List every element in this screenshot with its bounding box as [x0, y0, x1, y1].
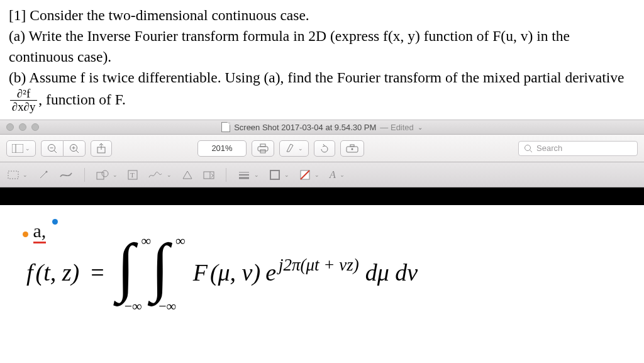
part-b-tail: , function of F.	[38, 91, 125, 107]
text-icon: T	[128, 170, 138, 180]
resize-icon	[203, 170, 214, 180]
svg-rect-12	[260, 144, 265, 147]
outer-upper-bound: ∞	[141, 233, 151, 249]
inner-upper-bound: ∞	[175, 233, 186, 249]
svg-point-22	[46, 170, 48, 172]
svg-line-21	[40, 172, 47, 178]
chevron-down-icon: ⌄	[254, 172, 259, 178]
annotation-text: a,	[33, 220, 47, 243]
line-weight-icon	[238, 170, 250, 179]
eq-lhs-args: (t, z)	[36, 259, 80, 286]
document-icon	[221, 122, 230, 132]
markup-button[interactable]: ⌄	[279, 140, 309, 157]
chevron-down-icon: ⌄	[340, 172, 345, 178]
equation-display: f (t, z) = ∫ ∞ −∞ ∫ ∞ −∞ F (μ, ν) e j2π(…	[23, 250, 631, 294]
svg-rect-0	[12, 144, 23, 153]
inner-lower-bound: −∞	[158, 298, 176, 315]
search-input[interactable]: Search	[518, 141, 638, 156]
pencil-icon	[59, 170, 73, 179]
window-titlebar: Screen Shot 2017-03-04 at 9.54.30 PM — E…	[0, 120, 644, 135]
problem-part-a: (a) Write the Inverse Fourier transform …	[9, 26, 635, 67]
integral-sign-icon: ∫	[117, 230, 135, 303]
eq-diff: dμ dν	[365, 259, 418, 286]
fraction-numerator: ∂²f	[10, 88, 37, 101]
instant-alpha-tool[interactable]	[38, 169, 49, 181]
magic-wand-icon	[38, 169, 49, 181]
edit-toolbar-button[interactable]	[340, 140, 364, 157]
svg-line-3	[54, 150, 57, 153]
canvas-background-strip	[0, 187, 644, 205]
fill-color-tool[interactable]: ⌄	[299, 169, 319, 181]
selection-icon	[8, 170, 19, 179]
print-button[interactable]	[252, 140, 274, 157]
problem-text: [1] Consider the two-dimensional continu…	[0, 0, 644, 120]
inner-integral: ∫ ∞ −∞	[151, 250, 169, 294]
chevron-down-icon: ⌄	[167, 172, 172, 178]
eq-e: e	[265, 259, 276, 286]
share-icon	[96, 143, 106, 154]
view-mode-icon	[12, 144, 23, 153]
integral-sign-icon: ∫	[151, 230, 169, 303]
shapes-icon	[96, 170, 109, 180]
selection-handle-left[interactable]	[23, 232, 28, 237]
chevron-down-icon: ⌄	[23, 172, 28, 178]
eq-F-args: (μ, ν)	[210, 259, 260, 286]
traffic-lights	[0, 123, 39, 131]
adjust-icon	[182, 170, 193, 180]
text-tool[interactable]: T	[128, 170, 138, 180]
line-weight-tool[interactable]: ⌄	[238, 170, 259, 179]
shapes-tool[interactable]: ⌄	[96, 170, 118, 180]
eq-equals: =	[91, 259, 104, 286]
rotate-button[interactable]	[314, 140, 335, 157]
share-button[interactable]	[91, 140, 112, 157]
print-icon	[257, 143, 269, 154]
sketch-tool[interactable]	[59, 170, 73, 179]
separator	[84, 168, 85, 182]
fill-color-icon	[299, 169, 311, 181]
window-edited-label: — Edited	[380, 123, 413, 132]
text-style-tool[interactable]: A ⌄	[330, 169, 345, 181]
view-mode-button[interactable]: ⌄	[6, 140, 36, 157]
primary-toolbar: ⌄ 201% ⌄ Search	[0, 135, 644, 162]
part-b-lead: (b) Assume f is twice differentiable. Us…	[9, 69, 624, 86]
adjust-color-tool[interactable]	[182, 170, 193, 180]
sign-tool[interactable]: ⌄	[148, 170, 172, 180]
svg-rect-35	[270, 170, 279, 179]
problem-heading: [1] Consider the two-dimensional continu…	[9, 5, 635, 26]
mixed-partial-fraction: ∂²f ∂x∂y	[10, 88, 37, 114]
svg-rect-16	[350, 145, 354, 147]
zoom-level-display[interactable]: 201%	[197, 140, 247, 157]
document-canvas[interactable]: a, f (t, z) = ∫ ∞ −∞ ∫ ∞ −∞ F (μ, ν) e j…	[0, 205, 644, 301]
border-color-tool[interactable]: ⌄	[269, 169, 289, 181]
svg-marker-29	[183, 171, 192, 179]
adjust-size-tool[interactable]	[203, 170, 214, 180]
svg-line-19	[530, 150, 533, 152]
title-dropdown-icon[interactable]: ⌄	[418, 124, 423, 131]
zoom-window-icon[interactable]	[31, 123, 39, 131]
svg-rect-20	[8, 171, 18, 179]
toolbox-icon	[346, 144, 358, 153]
selection-handle-right[interactable]	[52, 219, 58, 225]
eq-f: f	[26, 259, 33, 286]
zoom-out-button[interactable]	[41, 140, 63, 157]
close-icon[interactable]	[6, 123, 14, 131]
eq-exponent: j2π(μt + νz)	[279, 255, 359, 275]
svg-text:T: T	[130, 171, 135, 179]
highlight-icon	[285, 143, 296, 154]
border-color-icon	[269, 169, 280, 181]
problem-part-b: (b) Assume f is twice differentiable. Us…	[9, 67, 635, 113]
svg-point-18	[525, 145, 531, 150]
zoom-buttons-group	[41, 140, 86, 157]
window-title-wrap: Screen Shot 2017-03-04 at 9.54.30 PM — E…	[0, 122, 644, 132]
chevron-down-icon: ⌄	[314, 172, 319, 178]
zoom-in-icon	[69, 143, 80, 154]
selection-tool[interactable]: ⌄	[8, 170, 28, 179]
zoom-in-button[interactable]	[63, 140, 86, 157]
zoom-value: 201%	[211, 143, 232, 153]
outer-integral: ∫ ∞ −∞	[117, 250, 135, 294]
chevron-down-icon: ⌄	[25, 145, 30, 152]
svg-rect-11	[258, 147, 268, 151]
minimize-icon[interactable]	[19, 123, 26, 131]
chevron-down-icon: ⌄	[298, 145, 303, 152]
annotation-marker[interactable]: a,	[23, 220, 58, 242]
